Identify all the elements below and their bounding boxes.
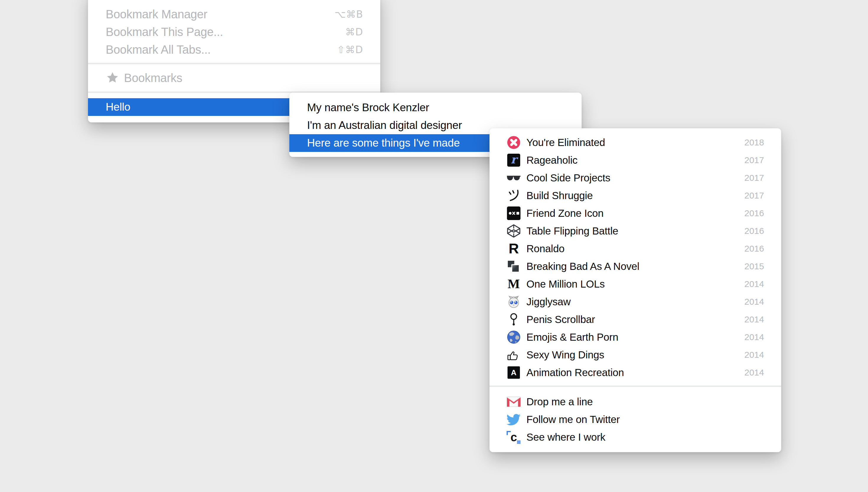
serif-m-icon: M [506,277,521,291]
menu-item-cool-side-projects[interactable]: Cool Side Projects 2017 [490,169,781,187]
thumbs-up-icon [506,347,521,362]
jigglypuff-icon [506,294,521,309]
year-label: 2014 [744,332,764,342]
letter-a-icon: A [506,365,521,380]
year-label: 2014 [744,368,764,377]
eliminated-x-icon [506,135,521,150]
year-label: 2015 [744,261,764,271]
menu-item-label: Penis Scrollbar [526,314,595,325]
shruggie-tsu-icon [506,188,521,203]
globe-icon [506,330,521,345]
shortcut-label: ⌘D [346,26,363,38]
menu-item-sexy-wing-dings[interactable]: Sexy Wing Dings 2014 [490,346,781,364]
menu-item-build-shruggie[interactable]: Build Shruggie 2017 [490,187,781,204]
menu-item-label: Sexy Wing Dings [526,349,604,361]
menu-item-emojis-earth-porn[interactable]: Emojis & Earth Porn 2014 [490,328,781,346]
desktop-background: Bookmark Manager ⌥⌘B Bookmark This Page.… [0,0,868,492]
menu-item-label: Build Shruggie [526,190,593,201]
menu-item-see-where-i-work[interactable]: c See where I work [490,428,781,446]
menu-item-bookmarks-folder: Bookmarks [88,69,380,87]
menu-item-label: Friend Zone Icon [526,207,604,219]
menu-item-friend-zone-icon[interactable]: Friend Zone Icon 2016 [490,204,781,222]
sunglasses-icon [506,171,521,185]
menu-item-ronaldo[interactable]: R Ronaldo 2016 [490,240,781,257]
neuter-symbol-icon [506,312,521,327]
ronaldo-r-icon: R [506,241,521,256]
pixel-squares-icon [506,259,521,274]
year-label: 2016 [744,208,764,218]
menu-item-label: Breaking Bad As A Novel [526,261,639,272]
menu-item-label: You're Eliminated [526,137,605,148]
menu-separator [88,63,380,64]
menu-item-label: My name's Brock Kenzler [307,101,429,114]
menu-item-label: Bookmark This Page... [106,25,223,39]
rageaholic-icon: r [506,153,521,168]
friend-zone-icon [506,206,521,221]
menu-item-label: See where I work [526,431,605,443]
year-label: 2014 [744,279,764,289]
menu-item-label: Here are some things I've made [307,137,460,149]
menu-item-label: Animation Recreation [526,367,624,378]
shortcut-label: ⇧⌘D [337,44,363,55]
menu-item-my-name[interactable]: My name's Brock Kenzler [289,99,582,117]
year-label: 2017 [744,191,764,201]
twitter-icon [506,412,521,427]
menu-item-label: Ronaldo [526,243,564,254]
menu-item-label: Emojis & Earth Porn [526,331,618,343]
cube-wireframe-icon [506,224,521,238]
menu-item-label: Bookmarks [124,71,182,85]
menu-item-bookmark-this-page: Bookmark This Page... ⌘D [88,23,380,41]
menu-item-label: One Million LOLs [526,278,605,290]
menu-separator [490,386,781,387]
year-label: 2014 [744,297,764,307]
menu-item-label: Cool Side Projects [526,172,610,184]
menu-item-label: Bookmark All Tabs... [106,43,211,56]
menu-item-label: Table Flipping Battle [526,225,618,237]
menu-item-jigglysaw[interactable]: Jigglysaw 2014 [490,293,781,311]
menu-item-bookmark-manager: Bookmark Manager ⌥⌘B [88,5,380,23]
things-submenu: You're Eliminated 2018 r Rageaholic 2017… [490,128,781,452]
year-label: 2018 [744,138,764,147]
menu-item-label: I'm an Australian digital designer [307,119,462,131]
star-icon [106,71,119,85]
menu-item-one-million-lols[interactable]: M One Million LOLs 2014 [490,275,781,293]
menu-item-penis-scrollbar[interactable]: Penis Scrollbar 2014 [490,311,781,328]
menu-item-rageaholic[interactable]: r Rageaholic 2017 [490,151,781,169]
menu-item-table-flipping-battle[interactable]: Table Flipping Battle 2016 [490,222,781,240]
year-label: 2017 [744,155,764,165]
shortcut-label: ⌥⌘B [334,8,363,20]
menu-item-youre-eliminated[interactable]: You're Eliminated 2018 [490,133,781,151]
menu-item-breaking-bad-novel[interactable]: Breaking Bad As A Novel 2015 [490,257,781,275]
year-label: 2017 [744,173,764,183]
year-label: 2014 [744,315,764,324]
menu-item-bookmark-all-tabs: Bookmark All Tabs... ⇧⌘D [88,41,380,58]
menu-item-label: Hello [106,101,130,113]
menu-item-label: Follow me on Twitter [526,414,620,425]
menu-item-follow-me-on-twitter[interactable]: Follow me on Twitter [490,411,781,428]
menu-item-label: Drop me a line [526,396,593,408]
year-label: 2016 [744,226,764,236]
gmail-icon [506,394,521,409]
menu-item-animation-recreation[interactable]: A Animation Recreation 2014 [490,364,781,382]
menu-item-label: Bookmark Manager [106,8,207,21]
menu-item-drop-me-a-line[interactable]: Drop me a line [490,393,781,411]
selection-c-icon: c [506,430,521,444]
year-label: 2014 [744,350,764,360]
menu-item-label: Jigglysaw [526,296,571,308]
menu-item-label: Rageaholic [526,154,578,166]
year-label: 2016 [744,244,764,254]
